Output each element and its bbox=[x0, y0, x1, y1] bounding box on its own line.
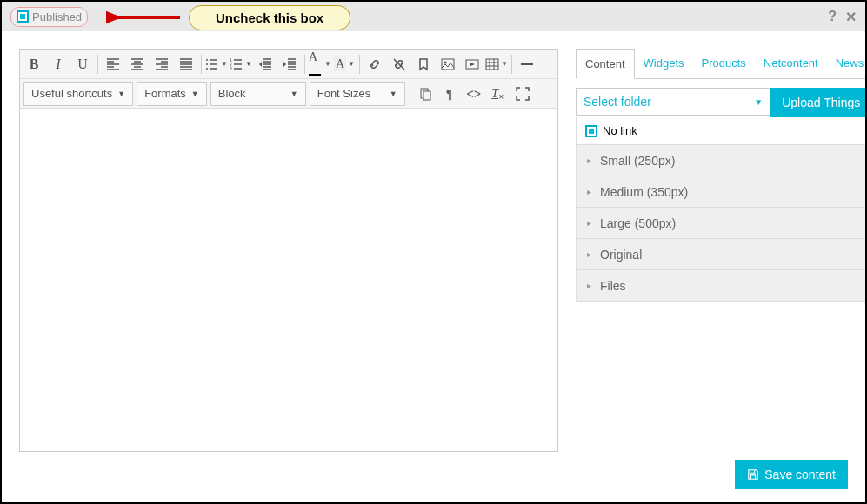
close-icon[interactable]: ✕ bbox=[845, 9, 857, 25]
unlink-button[interactable] bbox=[388, 53, 410, 76]
image-button[interactable] bbox=[437, 53, 459, 76]
chevron-right-icon: ▸ bbox=[587, 218, 591, 228]
bold-button[interactable]: B bbox=[23, 53, 45, 76]
align-justify-button[interactable] bbox=[175, 53, 197, 76]
help-icon[interactable]: ? bbox=[828, 9, 837, 25]
svg-rect-14 bbox=[423, 91, 430, 100]
svg-point-3 bbox=[206, 63, 208, 65]
checkbox-icon[interactable] bbox=[585, 125, 597, 137]
topbar: Published Uncheck this box ? ✕ bbox=[2, 2, 865, 31]
size-accordion: ▸Small (250px) ▸Medium (350px) ▸Large (5… bbox=[576, 145, 867, 302]
align-right-button[interactable] bbox=[150, 53, 173, 76]
formats-dropdown[interactable]: Formats▼ bbox=[137, 82, 207, 106]
italic-button[interactable]: I bbox=[47, 53, 70, 76]
checkbox-icon[interactable] bbox=[17, 10, 29, 23]
clear-format-button[interactable]: T✕ bbox=[487, 83, 510, 105]
pilcrow-button[interactable]: ¶ bbox=[438, 83, 461, 105]
tab-news[interactable]: News bbox=[827, 49, 867, 78]
shortcuts-dropdown[interactable]: Useful shortcuts▼ bbox=[23, 82, 133, 106]
chevron-right-icon: ▸ bbox=[587, 281, 591, 290]
block-dropdown[interactable]: Block▼ bbox=[210, 82, 306, 106]
chevron-right-icon: ▸ bbox=[587, 249, 591, 259]
annotation-callout: Uncheck this box bbox=[189, 5, 350, 30]
acc-item-files[interactable]: ▸Files bbox=[576, 270, 867, 302]
svg-point-9 bbox=[444, 61, 447, 63]
select-folder-label: Select folder bbox=[584, 95, 651, 109]
link-button[interactable] bbox=[363, 53, 386, 76]
tab-products[interactable]: Products bbox=[693, 49, 755, 78]
acc-item-small[interactable]: ▸Small (250px) bbox=[576, 145, 867, 176]
align-left-button[interactable] bbox=[102, 53, 124, 76]
chevron-right-icon: ▸ bbox=[587, 187, 591, 196]
underline-button[interactable]: U bbox=[71, 53, 94, 76]
select-folder-dropdown[interactable]: Select folder ▼ bbox=[576, 88, 770, 116]
tab-widgets[interactable]: Widgets bbox=[635, 49, 693, 78]
published-checkbox-wrap[interactable]: Published bbox=[10, 7, 88, 27]
media-button[interactable] bbox=[461, 53, 484, 76]
bookmark-button[interactable] bbox=[412, 53, 435, 76]
acc-item-large[interactable]: ▸Large (500px) bbox=[576, 208, 867, 239]
annotation-arrow-icon bbox=[106, 9, 184, 26]
bullet-list-button[interactable]: ▼ bbox=[205, 53, 228, 76]
no-link-row[interactable]: No link bbox=[576, 117, 867, 145]
acc-item-medium[interactable]: ▸Medium (350px) bbox=[576, 176, 867, 208]
text-color-button[interactable]: A▼ bbox=[309, 53, 331, 76]
svg-text:3: 3 bbox=[230, 66, 232, 71]
acc-item-original[interactable]: ▸Original bbox=[576, 239, 867, 270]
chevron-right-icon: ▸ bbox=[587, 156, 591, 165]
editor-toolbar: B I U ▼ 123▼ A▼ A▼ bbox=[19, 49, 558, 109]
indent-button[interactable] bbox=[278, 53, 301, 76]
svg-point-4 bbox=[206, 68, 208, 70]
save-icon bbox=[747, 468, 759, 481]
published-label: Published bbox=[32, 10, 82, 23]
number-list-button[interactable]: 123▼ bbox=[230, 53, 252, 76]
side-tabs: Content Widgets Products Netcontent News bbox=[576, 49, 867, 79]
bg-color-button[interactable]: A▼ bbox=[333, 53, 356, 76]
code-button[interactable]: <> bbox=[463, 83, 485, 105]
svg-point-2 bbox=[206, 59, 208, 61]
fullscreen-button[interactable] bbox=[511, 83, 534, 105]
svg-rect-11 bbox=[486, 59, 498, 70]
outdent-button[interactable] bbox=[254, 53, 277, 76]
hr-button[interactable] bbox=[516, 53, 538, 76]
align-center-button[interactable] bbox=[126, 53, 149, 76]
editor-content-area[interactable] bbox=[19, 109, 558, 452]
paste-button[interactable] bbox=[414, 83, 437, 105]
tab-netcontent[interactable]: Netcontent bbox=[755, 49, 827, 78]
tab-content[interactable]: Content bbox=[576, 49, 635, 79]
fontsize-dropdown[interactable]: Font Sizes▼ bbox=[310, 82, 405, 106]
table-button[interactable]: ▼ bbox=[485, 53, 508, 76]
dropdown-triangle-icon: ▼ bbox=[754, 97, 763, 107]
save-content-button[interactable]: Save content bbox=[735, 460, 848, 489]
side-panel: Content Widgets Products Netcontent News… bbox=[576, 49, 867, 452]
upload-button[interactable]: Upload Things bbox=[770, 88, 867, 117]
no-link-label: No link bbox=[603, 124, 637, 137]
